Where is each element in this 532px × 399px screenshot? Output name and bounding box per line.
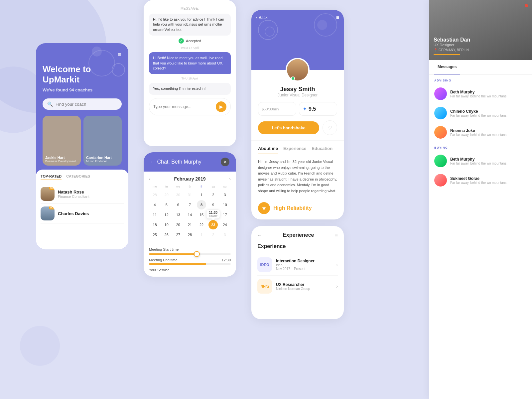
- cal-day[interactable]: 27: [174, 230, 183, 239]
- rated-avatar-0: 9.8: [41, 187, 55, 201]
- experience-back-button[interactable]: ←: [257, 232, 262, 238]
- sidebar-tabs: Messages: [429, 60, 532, 75]
- cal-day-today[interactable]: 8: [197, 200, 206, 209]
- cal-day[interactable]: 4: [150, 200, 160, 209]
- menu-icon[interactable]: ≡: [43, 51, 122, 58]
- online-dot: [525, 4, 528, 7]
- calendar-header: ← Chat: Beth Murphy ✕: [144, 152, 236, 172]
- sidebar-tab-other[interactable]: [460, 60, 466, 74]
- experience-item-1[interactable]: NN/g UX Researcher Nielsen Norman Group …: [257, 276, 338, 297]
- cal-day[interactable]: 15: [197, 210, 206, 219]
- reliability-badge: ★ High Reliability: [251, 199, 344, 219]
- cal-day[interactable]: 21: [185, 220, 195, 229]
- msg-item-nnenna[interactable]: Nnenna Joke Far far away, behind the wo …: [429, 123, 532, 142]
- accepted-icon: ✓: [179, 38, 184, 44]
- date-divider-1: THU 18 April: [149, 77, 231, 80]
- rated-item-1[interactable]: 9.3 Charles Davies: [41, 204, 124, 223]
- cal-day[interactable]: 26: [162, 230, 171, 239]
- msg-item-chinelo[interactable]: Chinelo Chyke Far far away, behind the w…: [429, 103, 532, 123]
- cal-day[interactable]: 17: [220, 210, 229, 219]
- rated-item-0[interactable]: 9.8 Natash Rose Finance Consultant: [41, 184, 124, 204]
- tab-experience[interactable]: Experience: [283, 146, 306, 154]
- profile-back-button[interactable]: ‹ Back: [256, 15, 268, 20]
- end-time-slider[interactable]: [149, 263, 231, 265]
- cal-day[interactable]: 5: [162, 200, 171, 209]
- profile-avatar: [286, 58, 310, 82]
- next-month-button[interactable]: ›: [229, 176, 231, 182]
- cal-day[interactable]: 19: [162, 220, 171, 229]
- cal-day[interactable]: 22: [197, 220, 206, 229]
- msg-item-sukmeet[interactable]: Sukmeet Gorae Far far away, behind the w…: [429, 171, 532, 190]
- experience-item-0[interactable]: IDEO Interaction Designer Ideo Nov 2017 …: [257, 254, 338, 276]
- msg-item-beth-0[interactable]: Beth Murphy Far far away, behind the wo …: [429, 84, 532, 103]
- coach-card-1[interactable]: Cardarion Hart Music Producer: [83, 116, 122, 166]
- msg-info-chinelo: Chinelo Chyke Far far away, behind the w…: [450, 109, 507, 117]
- reliability-icon: ★: [258, 202, 270, 214]
- calendar-back[interactable]: ← Chat: Beth Murphy: [150, 159, 201, 165]
- cal-day[interactable]: 31: [185, 190, 195, 200]
- cal-day[interactable]: 3: [220, 230, 229, 239]
- cal-day[interactable]: 18: [150, 220, 160, 229]
- message-input[interactable]: [153, 104, 213, 109]
- cal-day[interactable]: 2: [208, 190, 218, 200]
- search-bar[interactable]: 🔍: [43, 98, 122, 110]
- sidebar-tab-messages[interactable]: Messages: [434, 60, 460, 74]
- profile-menu-icon[interactable]: ≡: [336, 15, 339, 21]
- cal-day[interactable]: 11: [150, 210, 160, 219]
- time-slider[interactable]: [149, 253, 231, 255]
- experience-header-title: Experienece: [283, 232, 314, 238]
- exp-info-0: Interaction Designer Ideo Nov 2017 – Pre…: [276, 259, 315, 271]
- search-input[interactable]: [56, 102, 117, 107]
- welcome-subtitle: We've found 94 coaches: [43, 87, 122, 92]
- calendar-body: ‹ February 2019 › mo tu we th fr sa su 2…: [144, 172, 236, 244]
- like-button[interactable]: ♡: [323, 120, 337, 135]
- coach-card-0[interactable]: Jackie Hart Business Development: [43, 116, 81, 166]
- profile-role: Junior Visual Designer: [258, 93, 337, 97]
- tab-categories[interactable]: CATEGORIES: [66, 174, 90, 180]
- cal-day[interactable]: 2: [208, 230, 218, 239]
- chat-panel: MESSAGE: Hi, I'd like to ask you for adv…: [144, 0, 236, 146]
- chat-bubble-sent-0: Hi Beth! Nice to meet you as well. I've …: [149, 52, 231, 74]
- tab-top-rated[interactable]: TOP-RATED: [41, 174, 62, 180]
- msg-info-nnenna: Nnenna Joke Far far away, behind the wo …: [450, 128, 507, 137]
- ideo-logo: IDEO: [257, 257, 272, 272]
- cal-day[interactable]: 20: [174, 220, 183, 229]
- handshake-button[interactable]: Let's handshake: [258, 121, 319, 134]
- cal-day[interactable]: 29: [162, 190, 171, 200]
- cal-day[interactable]: 1: [197, 190, 206, 200]
- cal-day[interactable]: 9: [208, 200, 218, 209]
- cal-day[interactable]: 3: [220, 190, 229, 200]
- cal-day[interactable]: 13: [174, 210, 183, 219]
- profile-panel: ‹ Back ≡ Jessy Smith Junior Visual Desig…: [251, 10, 344, 219]
- tab-education[interactable]: Education: [312, 146, 332, 154]
- month-nav: ‹ February 2019 ›: [149, 176, 231, 182]
- sidebar-section-advising: ADVISING: [429, 75, 532, 84]
- cal-day[interactable]: 25: [150, 230, 160, 239]
- cal-day[interactable]: 12: [162, 210, 171, 219]
- calendar-close-button[interactable]: ✕: [221, 158, 229, 166]
- cal-day-selected[interactable]: 11:30 START 23: [208, 220, 218, 229]
- slider-handle[interactable]: [194, 251, 200, 257]
- cal-day[interactable]: 6: [174, 200, 183, 209]
- chat-bubble-received-1: Yes, something I'm interested in!: [149, 83, 231, 94]
- cal-day[interactable]: 7: [185, 200, 195, 209]
- sidebar-profile-info: Sebastian Dan UX Designer 📍GERMANY, BERL…: [434, 37, 470, 55]
- rated-section: TOP-RATED CATEGORIES 9.8 Natash Rose Fin…: [36, 170, 128, 249]
- cal-day[interactable]: 30: [174, 190, 183, 200]
- cal-day[interactable]: 1: [197, 230, 206, 239]
- tab-about-me[interactable]: About me: [258, 146, 278, 154]
- chat-input-bar[interactable]: ▶: [149, 98, 231, 115]
- cal-day[interactable]: 28: [185, 230, 195, 239]
- msg-item-beth-1[interactable]: Beth Murphy Far far away, behind the wo …: [429, 151, 532, 171]
- prev-month-button[interactable]: ‹: [149, 176, 151, 182]
- calendar-grid: mo tu we th fr sa su 28 29 30 31 1 2 3 4…: [149, 185, 231, 239]
- welcome-title: Welcome to UpMarkit: [43, 64, 122, 85]
- online-status-indicator: [291, 76, 295, 80]
- cal-day[interactable]: 14: [185, 210, 195, 219]
- cal-day[interactable]: 10: [220, 200, 229, 209]
- sidebar-profile-role: UX Designer: [434, 43, 470, 47]
- experience-menu-icon[interactable]: ≡: [335, 232, 338, 238]
- cal-day[interactable]: 24: [220, 220, 229, 229]
- send-button[interactable]: ▶: [216, 101, 226, 112]
- cal-day[interactable]: 28: [150, 190, 160, 200]
